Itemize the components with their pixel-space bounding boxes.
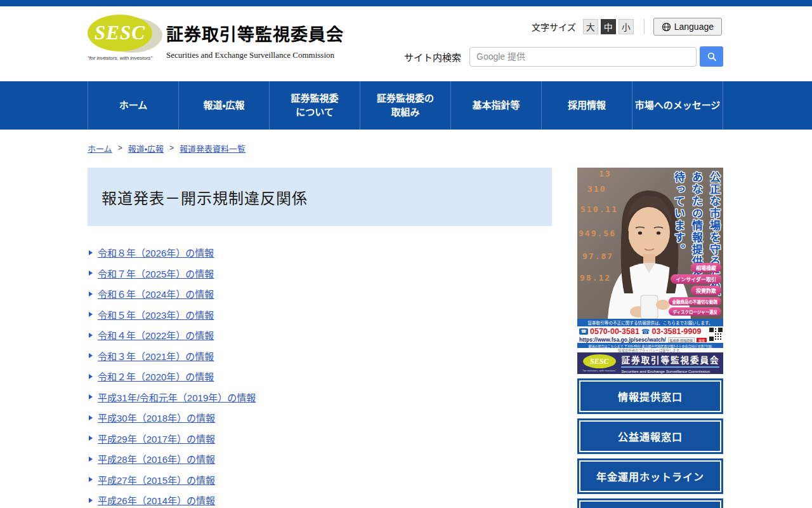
year-link-2024[interactable]: 令和６年（2024年）の情報 (98, 287, 214, 300)
sesc-logo-ellipse: SESC (88, 15, 162, 53)
year-link-2019[interactable]: 平成31年/令和元年（2019年）の情報 (98, 391, 256, 404)
sesc-logo[interactable]: SESC "for investors, with investors" (88, 15, 165, 61)
year-link-2015[interactable]: 平成27年（2015年）の情報 (98, 473, 215, 486)
banner-logo: SESC "for investors, with investors" (582, 354, 616, 372)
nav-item-label: 取組み (391, 105, 419, 119)
sidebar-button-clipped[interactable] (577, 498, 723, 508)
sidebar: 13 310 510.11 949.56 97.87 98.12 円 208 (577, 168, 723, 508)
triangle-bullet-icon (89, 477, 93, 482)
nav-item-recruit[interactable]: 採用情報 (541, 81, 632, 130)
site-header: SESC "for investors, with investors" 証券取… (0, 6, 812, 81)
main-content-row: 報道発表－開示規制違反関係 令和８年（2026年）の情報 令和７年（2025年）… (88, 168, 723, 508)
font-size-large-button[interactable]: 大 (583, 19, 598, 34)
information-poster-banner[interactable]: 13 310 510.11 949.56 97.87 98.12 円 208 (577, 168, 723, 352)
violation-tag: 相場操縦 (691, 263, 721, 272)
year-link-2025[interactable]: 令和７年（2025年）の情報 (98, 267, 214, 280)
breadcrumb-separator: > (169, 144, 174, 152)
nav-item-guidelines[interactable]: 基本指針等 (450, 81, 541, 130)
phone-number-2: 03-3581-9909 (652, 327, 702, 336)
nav-item-label: 基本指針等 (472, 98, 520, 112)
triangle-bullet-icon (89, 374, 93, 379)
banner-subtitle: Securities and Exchange Surveillance Com… (621, 369, 719, 373)
breadcrumb-link-press-list[interactable]: 報道発表資料一覧 (180, 142, 246, 154)
nav-item-label: 市場へのメッセージ (635, 98, 721, 112)
side-button-label: 情報提供窓口 (618, 389, 683, 404)
triangle-bullet-icon (89, 436, 93, 441)
info-window-button[interactable]: 情報提供窓口 (577, 378, 723, 414)
language-button-label: Language (674, 22, 714, 32)
banner-text: 証券取引等監視委員会 Securities and Exchange Surve… (621, 353, 719, 373)
nav-item-label: 報道・広報 (203, 98, 244, 112)
triangle-bullet-icon (89, 498, 93, 503)
search-button[interactable] (700, 46, 723, 67)
list-item: 平成26年（2014年）の情報 (89, 495, 552, 505)
nav-item-message[interactable]: 市場へのメッセージ (632, 81, 723, 130)
top-accent-bar (0, 0, 812, 6)
triangle-bullet-icon (89, 415, 93, 420)
search-keyword-button: 検索 (697, 338, 707, 342)
language-button[interactable]: Language (653, 18, 722, 36)
violation-tag: 投資詐欺 (691, 286, 721, 295)
triangle-bullet-icon (89, 333, 93, 338)
triangle-bullet-icon (89, 394, 93, 399)
triangle-bullet-icon (89, 312, 93, 317)
year-link-2026[interactable]: 令和８年（2026年）の情報 (98, 246, 214, 259)
list-item: 令和３年（2021年）の情報 (89, 351, 552, 361)
poster-url: https://www.fsa.go.jp/sesc/watch/ (579, 337, 666, 343)
year-link-2018[interactable]: 平成30年（2018年）の情報 (98, 411, 215, 424)
nav-item-home[interactable]: ホーム (88, 81, 178, 130)
banner-logo-tagline: "for investors, with investors" (582, 369, 616, 372)
phone-number-1: 0570-00-3581 (590, 327, 639, 336)
font-size-small-button[interactable]: 小 (619, 19, 634, 34)
phone-row: ☎ 0570-00-3581 ☎ 03-3581-9909 (579, 327, 721, 336)
search-icon (707, 51, 717, 62)
font-size-controls: 文字サイズ 大 中 小 Language (532, 18, 722, 36)
violation-tag: 金融商品の不適切な勧誘 (669, 297, 722, 305)
triangle-bullet-icon (89, 250, 93, 255)
breadcrumb-separator: > (118, 144, 122, 152)
year-link-2016[interactable]: 平成28年（2016年）の情報 (98, 452, 215, 465)
nav-item-press[interactable]: 報道・広報 (178, 81, 269, 130)
year-link-2023[interactable]: 令和５年（2023年）の情報 (98, 308, 214, 321)
breadcrumb-link-press[interactable]: 報道・広報 (128, 142, 164, 154)
nav-item-label: 証券監視委の (377, 91, 434, 105)
public-interest-report-button[interactable]: 公益通報窓口 (577, 418, 723, 454)
poster-photo: 13 310 510.11 949.56 97.87 98.12 円 208 (577, 168, 723, 319)
site-title: 証券取引等監視委員会 (166, 21, 344, 46)
site-titles: 証券取引等監視委員会 Securities and Exchange Surve… (166, 21, 344, 60)
year-link-2014[interactable]: 平成26年（2014年）の情報 (98, 493, 215, 507)
list-item: 令和２年（2020年）の情報 (89, 371, 552, 381)
nav-item-label: ホーム (119, 98, 148, 112)
logo-main-ellipse: SESC (88, 15, 152, 51)
year-link-2020[interactable]: 令和２年（2020年）の情報 (98, 370, 214, 383)
year-link-2017[interactable]: 平成29年（2017年）の情報 (98, 432, 215, 445)
search-keyword-box: 監視委 情報提供 (668, 337, 695, 343)
site-subtitle: Securities and Exchange Surveillance Com… (166, 50, 344, 60)
nav-item-label: 証券監視委 (291, 91, 338, 105)
banner-title: 証券取引等監視委員会 (621, 353, 719, 368)
list-item: 平成31年/令和元年（2019年）の情報 (89, 392, 552, 402)
poster-contact-note: 証券取引等の不正に関する情報提供は、こちらまでお願いします。 (577, 319, 723, 326)
nav-item-about[interactable]: 証券監視委について (269, 81, 360, 130)
pension-hotline-button[interactable]: 年金運用ホットライン (577, 458, 723, 494)
nav-item-label: について (296, 105, 334, 119)
global-nav-inner: ホーム 報道・広報 証券監視委について 証券監視委の取組み 基本指針等 採用情報… (88, 81, 723, 130)
site-search: サイト内検索 (404, 46, 723, 67)
site-search-label: サイト内検索 (404, 50, 461, 64)
breadcrumb-link-home[interactable]: ホーム (88, 142, 112, 154)
font-size-medium-button[interactable]: 中 (601, 19, 616, 34)
list-item: 令和５年（2023年）の情報 (89, 310, 552, 319)
year-link-2021[interactable]: 令和３年（2021年）の情報 (98, 349, 214, 363)
violation-tags: 相場操縦 インサイダー取引 投資詐欺 金融商品の不適切な勧誘 ディスクロージャー… (669, 263, 722, 316)
nav-item-efforts[interactable]: 証券監視委の取組み (360, 81, 450, 130)
side-button-label: 年金運用ホットライン (596, 469, 704, 484)
site-search-input[interactable] (469, 47, 697, 67)
globe-icon (662, 22, 671, 32)
sesc-site-banner[interactable]: SESC "for investors, with investors" 証券取… (577, 352, 723, 374)
triangle-bullet-icon (89, 291, 93, 297)
banner-logo-ellipse: SESC (583, 354, 616, 368)
year-link-2022[interactable]: 令和４年（2022年）の情報 (98, 328, 214, 342)
side-button-label: 公益通報窓口 (618, 429, 683, 444)
poster-privacy-note: 情報提供者のプライバシーは厳守します。 (577, 348, 723, 352)
logo-acronym: SESC (95, 22, 145, 44)
